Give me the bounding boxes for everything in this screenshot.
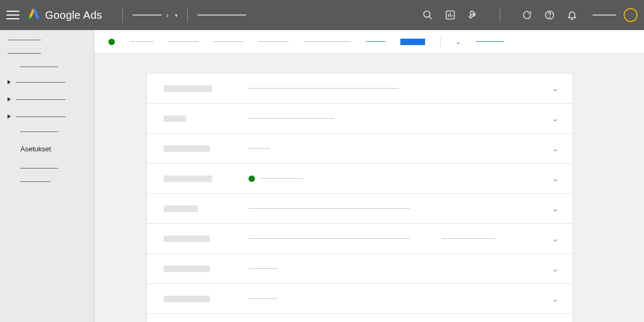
settings-row-value	[248, 208, 550, 209]
settings-row-label	[164, 175, 248, 182]
refresh-icon[interactable]	[522, 10, 532, 20]
settings-panel: ⌄⌄⌄⌄⌄⌄⌄⌄⌄	[146, 73, 573, 322]
reports-icon[interactable]	[445, 10, 456, 20]
settings-row-value	[248, 268, 550, 269]
search-icon[interactable]	[422, 10, 433, 20]
header-tools	[422, 8, 638, 23]
breadcrumb-level-1[interactable]: › ▾	[133, 11, 178, 19]
sidebar-item-expandable[interactable]	[8, 80, 86, 84]
chevron-down-icon[interactable]: ⌄	[456, 38, 461, 46]
sidebar-item[interactable]	[20, 181, 50, 182]
sidebar-item[interactable]	[20, 67, 58, 67]
settings-row-label	[164, 85, 248, 92]
svg-line-2	[429, 17, 432, 19]
settings-row-label	[164, 296, 248, 302]
settings-row-value	[248, 118, 550, 119]
svg-point-0	[28, 17, 31, 19]
chevron-right-icon	[8, 97, 11, 101]
chevron-down-icon[interactable]: ⌄	[550, 143, 561, 153]
divider	[440, 36, 441, 47]
status-indicator	[108, 39, 115, 45]
divider	[122, 8, 123, 23]
settings-row-label	[164, 115, 248, 122]
sidebar-item[interactable]	[20, 168, 58, 169]
sidebar-item-settings[interactable]: Asetukset	[20, 145, 86, 153]
settings-row[interactable]: ⌄	[147, 134, 573, 164]
settings-row-label	[164, 266, 248, 272]
status-indicator	[248, 175, 255, 182]
notifications-icon[interactable]	[567, 10, 577, 20]
tab-item[interactable]	[214, 41, 244, 42]
settings-row-value	[248, 298, 550, 299]
tab-item[interactable]	[169, 41, 199, 42]
chevron-down-icon[interactable]: ⌄	[550, 233, 561, 244]
tools-icon[interactable]	[467, 10, 478, 20]
google-ads-logo-icon	[28, 8, 40, 22]
tab-item[interactable]	[259, 41, 289, 42]
tab-item[interactable]	[130, 41, 153, 42]
chevron-right-icon	[8, 80, 11, 84]
chevron-right-icon	[8, 114, 11, 119]
settings-row[interactable]: ⌄	[147, 74, 573, 104]
account-switcher[interactable]	[592, 8, 638, 22]
settings-row-value	[248, 238, 550, 239]
breadcrumb-level-2[interactable]	[197, 14, 246, 16]
chevron-down-icon[interactable]: ⌄	[550, 294, 561, 304]
divider	[500, 8, 500, 23]
tab-active[interactable]	[400, 39, 425, 45]
tab-link[interactable]	[366, 41, 385, 42]
main-content: ⌄ ⌄⌄⌄⌄⌄⌄⌄⌄⌄	[94, 30, 644, 322]
chevron-down-icon[interactable]: ⌄	[550, 173, 561, 184]
svg-point-8	[550, 17, 550, 18]
settings-row-value	[248, 175, 550, 182]
sidebar-item[interactable]	[20, 131, 58, 132]
help-icon[interactable]	[544, 10, 555, 20]
sidebar-item-expandable[interactable]	[8, 97, 86, 101]
tab-item[interactable]	[304, 41, 351, 42]
sidebar-item[interactable]	[8, 40, 41, 40]
chevron-down-icon[interactable]: ⌄	[550, 264, 561, 274]
caret-down-icon: ▾	[175, 12, 178, 18]
settings-row[interactable]: ⌄	[147, 104, 573, 134]
chevron-down-icon[interactable]: ⌄	[550, 113, 561, 123]
settings-row-value	[248, 88, 550, 89]
settings-row[interactable]: ⌄	[147, 284, 573, 314]
settings-row-label	[164, 236, 248, 242]
settings-row[interactable]: ⌄	[147, 164, 573, 194]
sidebar-item[interactable]	[8, 53, 41, 54]
chevron-down-icon[interactable]: ⌄	[550, 83, 561, 93]
left-sidebar: Asetukset	[0, 30, 94, 322]
tab-link[interactable]	[476, 41, 504, 42]
settings-row[interactable]: ⌄	[147, 254, 573, 284]
settings-row-label	[164, 145, 248, 152]
settings-row[interactable]: ⌄	[147, 194, 573, 224]
settings-row[interactable]: ⌄	[147, 224, 573, 254]
product-logo[interactable]: Google Ads	[28, 8, 102, 22]
chevron-down-icon[interactable]: ⌄	[550, 203, 561, 214]
chevron-right-icon: ›	[166, 11, 169, 19]
avatar[interactable]	[624, 8, 638, 22]
global-header: Google Ads › ▾	[0, 0, 644, 30]
settings-row[interactable]: ⌄	[147, 314, 573, 322]
divider	[187, 8, 188, 23]
settings-row-label	[164, 206, 248, 212]
settings-row-value	[248, 148, 550, 149]
secondary-tab-strip: ⌄	[94, 30, 644, 54]
product-name: Google Ads	[45, 9, 102, 21]
sidebar-item-expandable[interactable]	[8, 114, 86, 119]
menu-icon[interactable]	[6, 9, 19, 21]
svg-point-1	[424, 11, 430, 18]
